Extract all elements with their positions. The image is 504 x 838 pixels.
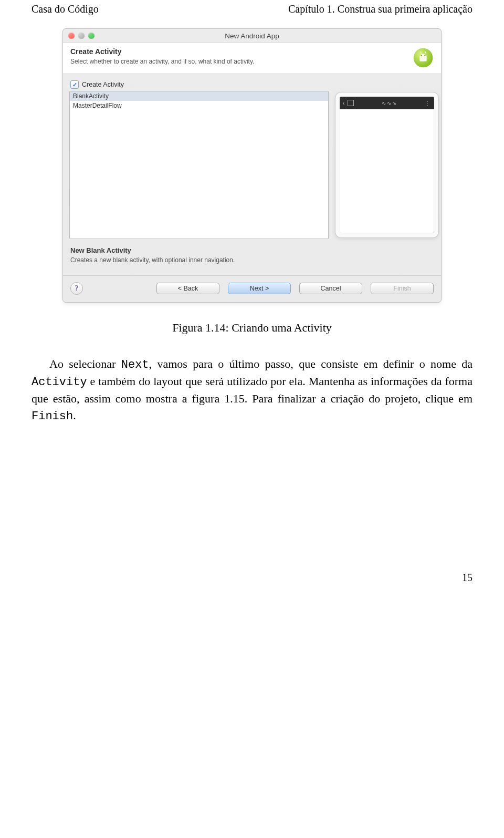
banner-heading: Create Activity (70, 47, 254, 56)
running-header: Casa do Código Capítulo 1. Construa sua … (32, 3, 472, 15)
code-finish: Finish (32, 410, 73, 423)
window-title: New Android App (63, 32, 441, 40)
activity-type-list[interactable]: BlankActivity MasterDetailFlow (69, 91, 329, 239)
banner-sub: Select whether to create an activity, an… (70, 58, 254, 65)
overflow-icon: ⋮ (425, 100, 431, 106)
finish-button: Finish (371, 283, 434, 294)
cancel-button[interactable]: Cancel (299, 283, 362, 294)
activity-description: New Blank Activity Creates a new blank a… (63, 239, 441, 275)
back-button[interactable]: < Back (156, 283, 219, 294)
body-text: Ao selecionar Next, vamos para o último … (32, 356, 472, 425)
title-placeholder-icon: ∿∿∿ (357, 100, 422, 106)
next-button[interactable]: Next > (228, 283, 291, 294)
preview-body (340, 109, 434, 233)
desc-heading: New Blank Activity (70, 246, 435, 254)
code-next: Next (121, 358, 149, 371)
help-icon: ? (75, 284, 79, 293)
close-icon[interactable] (68, 33, 75, 39)
wizard-banner: Create Activity Select whether to create… (63, 43, 441, 74)
checkbox-icon: ✓ (70, 80, 79, 89)
zoom-icon[interactable] (88, 33, 94, 39)
minimize-icon (78, 33, 85, 39)
svg-point-1 (421, 55, 422, 56)
header-right: Capítulo 1. Construa sua primeira aplica… (288, 3, 472, 15)
checkbox-label: Create Activity (82, 81, 124, 88)
wizard-dialog: New Android App Create Activity Select w… (62, 28, 442, 303)
back-icon: ‹ (343, 100, 344, 106)
page-number: 15 (32, 572, 472, 584)
desc-sub: Creates a new blank activity, with optio… (70, 256, 435, 264)
paragraph: Ao selecionar Next, vamos para o último … (32, 356, 472, 425)
app-icon (348, 100, 354, 106)
list-item[interactable]: BlankActivity (70, 91, 328, 101)
titlebar: New Android App (63, 29, 441, 43)
activity-preview: ‹ ∿∿∿ ⋮ (335, 92, 439, 238)
help-button[interactable]: ? (70, 282, 83, 295)
code-activity: Activity (32, 376, 87, 389)
header-left: Casa do Código (32, 3, 99, 15)
android-icon (413, 47, 434, 68)
svg-point-2 (424, 55, 425, 56)
figure-caption: Figura 1.14: Criando uma Activity (32, 321, 472, 335)
list-item[interactable]: MasterDetailFlow (70, 101, 328, 110)
button-row: ? < Back Next > Cancel Finish (63, 276, 441, 302)
create-activity-checkbox[interactable]: ✓ Create Activity (69, 78, 329, 91)
